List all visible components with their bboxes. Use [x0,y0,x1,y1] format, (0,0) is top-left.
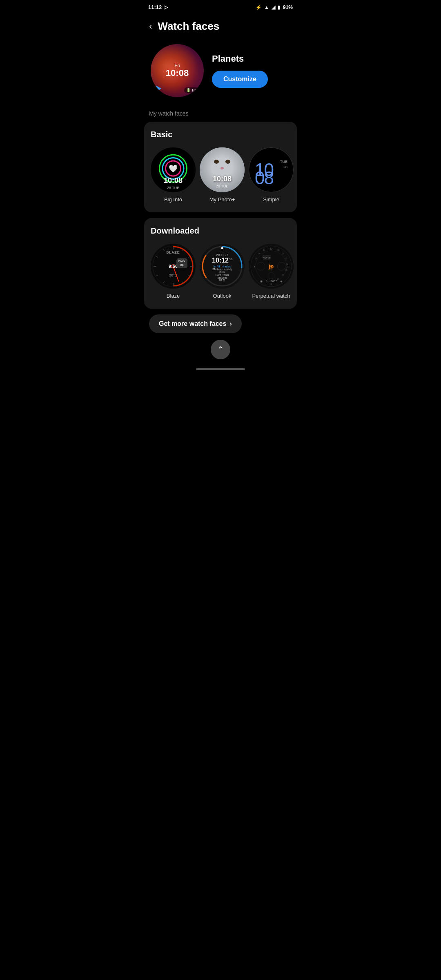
face-blaze-circle: BLAZE 9:56 NOV 05 28°C [151,244,196,289]
cat-eye-left [214,160,219,164]
battery-icon: ▮ [278,4,281,10]
featured-watch-face: Fri 10:08 🔋 100 Planets Customize [141,37,300,107]
featured-face-badge: 🔋 100 [184,87,200,93]
svg-text:10: 10 [258,253,261,255]
cat-face: 10:08 28 TUE [200,147,245,192]
bluetooth-icon: ⚡ [256,4,262,10]
face-big-info-circle: 🤍 10:08 28 TUE [151,147,196,192]
home-indicator [141,365,300,372]
blaze-day: 05 [178,263,185,267]
svg-text:11: 11 [263,249,265,251]
face-photo-circle: 10:08 28 TUE [200,147,245,192]
cat-nose [220,167,224,169]
big-info-label: Big Info [164,196,182,203]
downloaded-title: Downloaded [151,226,290,236]
perp-zero: 0 [266,280,267,283]
featured-info: Planets Customize [212,53,290,88]
face-item-outlook[interactable]: WED 27 10:1236 In 48 minutes PM team wee… [200,244,245,299]
face-item-simple[interactable]: 10 08 TUE 28 Simple [249,147,294,203]
perpetual-label: Perpetual watch [252,293,290,299]
status-bar: 11:12 ▷ ⚡ ▲ ◢ ▮ 91% [141,0,300,13]
outlook-inner: WED 27 10:1236 In 48 minutes PM team wee… [211,253,234,279]
home-bar [196,368,245,370]
featured-name: Planets [212,53,290,64]
battery-percent: 91% [283,4,293,10]
play-icon [156,86,161,91]
page-title: Watch faces [158,20,219,33]
heart-icon: 🤍 [169,164,178,173]
simple-date: 28 [280,165,287,170]
svg-line-12 [156,256,158,258]
blaze-label: Blaze [167,293,180,299]
get-more-chevron: › [229,320,232,327]
outlook-dot [221,247,223,249]
svg-text:9: 9 [254,265,255,268]
cat-eyes [214,160,230,164]
svg-point-38 [268,272,274,279]
face-item-blaze[interactable]: BLAZE 9:56 NOV 05 28°C Blaze [151,244,196,299]
face-simple-circle: 10 08 TUE 28 [249,147,294,192]
downloaded-card: Downloaded [144,218,297,309]
featured-face-day: Fri [166,63,189,68]
face-big-info-inner: 🤍 10:08 28 TUE [151,147,196,192]
get-more-label: Get more watch faces [159,320,226,327]
svg-text:03: 03 [285,258,287,260]
perp-center: jp [269,263,274,270]
basic-card: Basic 🤍 10:08 28 TUE Big Info [144,122,297,212]
svg-text:02: 02 [282,253,284,255]
perp-steps-icon: ◈ [280,280,282,283]
customize-button[interactable]: Customize [212,71,268,88]
featured-face-preview[interactable]: Fri 10:08 🔋 100 [151,44,204,97]
featured-face-text: Fri 10:08 [166,63,189,78]
photo-date: 28 TUE [216,184,228,188]
basic-faces-row: 🤍 10:08 28 TUE Big Info 10:08 28 TU [151,147,290,203]
svg-line-9 [163,281,165,283]
face-outlook-circle: WED 27 10:1236 In 48 minutes PM team wee… [200,244,245,289]
downloaded-faces-row: BLAZE 9:56 NOV 05 28°C Blaze [151,244,290,299]
blaze-brand: BLAZE [151,250,196,254]
face-item-my-photo[interactable]: 10:08 28 TUE My Photo+ [200,147,245,203]
perp-logo: jp [269,263,274,270]
photo-time: 10:08 [213,175,232,183]
back-button[interactable]: ‹ [149,22,152,31]
svg-text:09: 09 [255,258,257,260]
featured-face-time: 10:08 [166,68,189,78]
simple-day: TUE [280,159,287,165]
outlook-msg: In 48 minutes [211,265,234,268]
blaze-date-badge: NOV 05 [176,258,187,268]
wifi-icon: ▲ [264,4,269,10]
svg-point-37 [277,262,285,270]
big-info-time: 10:08 [164,176,183,185]
perp-bottom: ◉ 0 3457 ◈ [260,280,282,283]
status-time: 11:12 [148,4,162,10]
simple-min: 08 [255,169,273,187]
simple-daydate: TUE 28 [280,159,287,169]
face-item-big-info[interactable]: 🤍 10:08 28 TUE Big Info [151,147,196,203]
scroll-top-icon: ⌃ [217,345,224,354]
outlook-conf1: PM team weekly share [211,268,234,274]
face-item-perpetual[interactable]: 12 3 6 9 01 02 03 04 05 06 07 08 11 10 0… [249,244,294,299]
svg-text:12: 12 [270,247,272,250]
outlook-day: WED 27 [211,253,234,257]
my-watch-faces-label: My watch faces [141,107,300,122]
outlook-time: 10:1236 [211,257,234,264]
get-more-button[interactable]: Get more watch faces › [149,314,242,333]
status-left: 11:12 ▷ [148,4,168,10]
scroll-top-button[interactable]: ⌃ [211,340,230,359]
blaze-temp: 28°C [169,273,177,277]
signal-icon: ◢ [272,4,275,10]
page-header: ‹ Watch faces [141,13,300,37]
cat-eye-right [225,160,230,164]
simple-label: Simple [263,196,279,203]
perp-badge: ◉ [260,280,263,283]
scroll-top-container: ⌃ [141,340,300,359]
basic-title: Basic [151,130,290,139]
simple-inner: 10 08 TUE 28 [249,148,293,192]
svg-point-36 [257,262,265,270]
svg-line-10 [156,275,158,276]
svg-text:3: 3 [287,265,289,268]
blaze-month: NOV [178,259,185,263]
status-right: ⚡ ▲ ◢ ▮ 91% [256,4,293,10]
big-info-date: 28 TUE [167,186,179,190]
svg-text:01: 01 [277,249,279,251]
